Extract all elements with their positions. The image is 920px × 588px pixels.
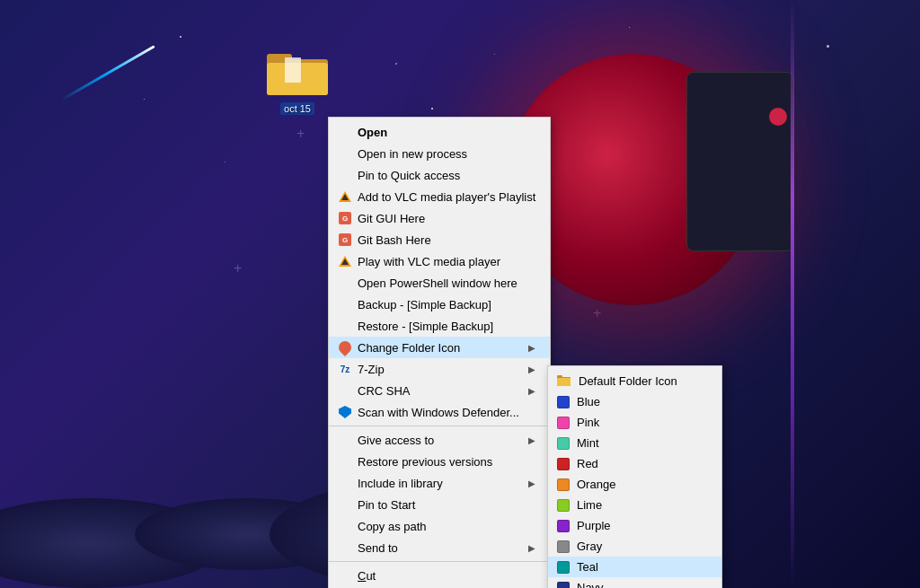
folder-icon-image — [265, 45, 330, 99]
menu-item-cut[interactable]: Cut — [329, 565, 550, 586]
submenu-label-orange: Orange — [577, 478, 615, 491]
no-icon — [338, 454, 352, 469]
menu-item-git-bash[interactable]: GGit Bash Here — [329, 229, 550, 250]
desktop-folder-icon[interactable]: oct 15 — [265, 45, 330, 115]
menu-item-restore[interactable]: Restore - [Simple Backup] — [329, 315, 550, 337]
menu-text-open-new-process: Open in new process — [358, 147, 535, 161]
color-swatch-gray — [557, 540, 570, 553]
color-swatch-lime — [557, 499, 570, 512]
menu-item-7zip[interactable]: 7z7-Zip▶ — [329, 358, 550, 380]
submenu-label-pink: Pink — [577, 416, 599, 429]
menu-text-pin-quick-access: Pin to Quick access — [358, 169, 535, 182]
menu-text-git-gui: Git GUI Here — [358, 212, 535, 225]
menu-item-change-folder-icon[interactable]: Change Folder Icon▶ — [329, 337, 550, 358]
submenu-label-navy: Navy — [577, 581, 604, 588]
menu-text-send-to: Send to — [358, 541, 523, 555]
submenu-label-red: Red — [577, 457, 598, 470]
zip-icon: 7z — [338, 362, 352, 376]
menu-item-play-vlc[interactable]: Play with VLC media player — [329, 250, 550, 272]
plus-decoration: + — [234, 260, 242, 276]
menu-item-powershell[interactable]: Open PowerShell window here — [329, 272, 550, 294]
menu-item-open[interactable]: Open — [329, 121, 550, 143]
menu-item-pin-start[interactable]: Pin to Start — [329, 494, 550, 515]
submenu-arrow-include-library: ▶ — [528, 478, 535, 488]
no-icon — [338, 476, 352, 490]
menu-text-give-access: Give access to — [358, 434, 523, 447]
submenu-item-purple[interactable]: Purple — [548, 515, 721, 536]
no-icon — [338, 568, 352, 583]
color-swatch-teal — [557, 561, 570, 574]
svg-rect-7 — [557, 378, 571, 386]
vlc-icon — [338, 254, 352, 268]
plus-decoration: + — [296, 126, 305, 142]
submenu-arrow-give-access: ▶ — [528, 435, 535, 445]
no-icon — [338, 519, 352, 533]
submenu-label-lime: Lime — [577, 498, 602, 512]
submenu-arrow-change-folder-icon: ▶ — [528, 343, 535, 353]
no-icon — [338, 383, 352, 398]
submenu-label-purple: Purple — [577, 519, 611, 532]
submenu-item-gray[interactable]: Gray — [548, 536, 721, 557]
submenu-item-pink[interactable]: Pink — [548, 412, 721, 433]
shield-icon — [338, 405, 352, 419]
submenu-arrow-crc-sha: ▶ — [528, 386, 535, 396]
color-swatch-default — [557, 373, 571, 388]
submenu-arrow-7zip: ▶ — [528, 364, 535, 374]
submenu-item-lime[interactable]: Lime — [548, 495, 721, 515]
menu-text-powershell: Open PowerShell window here — [358, 276, 535, 290]
menu-text-cut: Cut — [358, 569, 535, 583]
menu-item-restore-versions[interactable]: Restore previous versions — [329, 451, 550, 472]
menu-text-crc-sha: CRC SHA — [358, 384, 523, 398]
folder-label: oct 15 — [280, 102, 314, 115]
color-swatch-navy — [557, 582, 570, 589]
painter-icon — [338, 340, 352, 355]
menu-item-pin-quick-access[interactable]: Pin to Quick access — [329, 164, 550, 186]
submenu-item-red[interactable]: Red — [548, 453, 721, 474]
color-swatch-red — [557, 458, 570, 470]
svg-rect-4 — [285, 57, 301, 59]
menu-text-pin-start: Pin to Start — [358, 498, 535, 512]
folder-icon-submenu: Default Folder IconBluePinkMintRedOrange… — [547, 365, 722, 588]
menu-text-add-vlc-playlist: Add to VLC media player's Playlist — [358, 190, 535, 204]
submenu-item-blue[interactable]: Blue — [548, 391, 721, 412]
menu-item-add-vlc-playlist[interactable]: Add to VLC media player's Playlist — [329, 186, 550, 207]
no-icon — [338, 168, 352, 182]
menu-text-7zip: 7-Zip — [358, 363, 523, 376]
menu-item-give-access[interactable]: Give access to▶ — [329, 429, 550, 451]
no-icon — [338, 146, 352, 161]
submenu-item-default[interactable]: Default Folder Icon — [548, 370, 721, 391]
no-icon — [338, 276, 352, 290]
menu-text-windows-defender: Scan with Windows Defender... — [358, 406, 535, 419]
menu-item-backup[interactable]: Backup - [Simple Backup] — [329, 294, 550, 315]
submenu-label-gray: Gray — [577, 540, 602, 553]
submenu-item-teal[interactable]: Teal — [548, 557, 721, 577]
menu-item-git-gui[interactable]: GGit GUI Here — [329, 207, 550, 229]
context-menu: OpenOpen in new processPin to Quick acce… — [328, 117, 551, 588]
menu-text-change-folder-icon: Change Folder Icon — [358, 341, 523, 355]
no-icon — [338, 497, 352, 512]
submenu-label-teal: Teal — [577, 560, 598, 574]
menu-item-windows-defender[interactable]: Scan with Windows Defender... — [329, 401, 550, 423]
submenu-label-blue: Blue — [577, 395, 600, 408]
menu-item-send-to[interactable]: Send to▶ — [329, 537, 550, 558]
menu-item-copy-path[interactable]: Copy as path — [329, 515, 550, 537]
no-icon — [338, 319, 352, 333]
color-swatch-blue — [557, 396, 570, 408]
git-icon: G — [338, 233, 352, 247]
submenu-label-mint: Mint — [577, 436, 599, 450]
menu-item-open-new-process[interactable]: Open in new process — [329, 143, 550, 164]
submenu-item-orange[interactable]: Orange — [548, 474, 721, 495]
color-swatch-orange — [557, 478, 570, 491]
color-swatch-mint — [557, 437, 570, 450]
menu-item-include-library[interactable]: Include in library▶ — [329, 472, 550, 494]
device-decoration — [686, 72, 794, 251]
no-icon — [338, 540, 352, 555]
submenu-arrow-send-to: ▶ — [528, 543, 535, 553]
vlc-icon — [338, 189, 352, 204]
submenu-label-default: Default Folder Icon — [579, 374, 677, 388]
menu-item-crc-sha[interactable]: CRC SHA▶ — [329, 380, 550, 401]
submenu-item-mint[interactable]: Mint — [548, 433, 721, 453]
submenu-item-navy[interactable]: Navy — [548, 577, 721, 588]
menu-text-copy-path: Copy as path — [358, 520, 535, 533]
menu-text-restore-versions: Restore previous versions — [358, 455, 535, 469]
